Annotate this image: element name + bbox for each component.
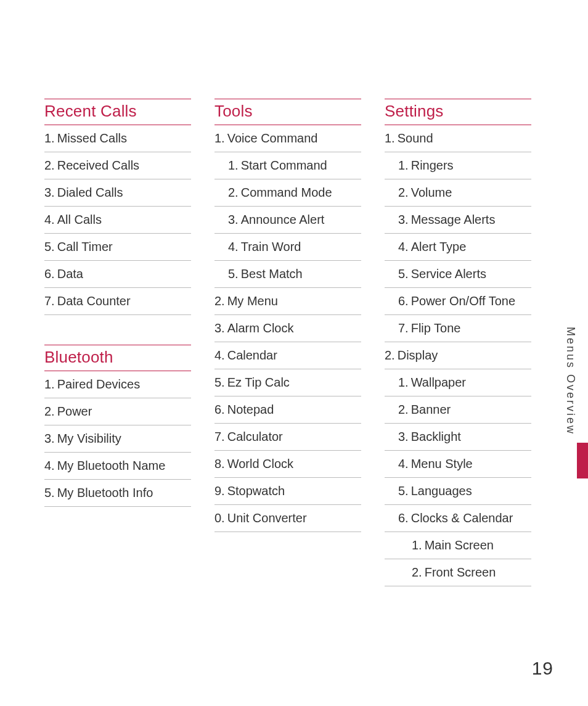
menu-item-label: Data Counter bbox=[57, 293, 131, 310]
menu-item: 3.Backlight bbox=[385, 424, 531, 451]
menu-item-number: 4. bbox=[398, 239, 409, 255]
menu-item: 7.Data Counter bbox=[44, 288, 191, 315]
section-title: Settings bbox=[385, 99, 531, 125]
menu-item-number: 2. bbox=[398, 401, 409, 418]
menu-item: 4.Alert Type bbox=[385, 234, 531, 261]
menu-item-number: 5. bbox=[228, 266, 239, 282]
menu-item-number: 2. bbox=[228, 184, 239, 201]
menu-item-label: Volume bbox=[411, 184, 452, 201]
menu-item-label: Backlight bbox=[411, 429, 461, 445]
menu-item: 2.Front Screen bbox=[385, 559, 531, 586]
menu-item-number: 2. bbox=[214, 293, 225, 310]
menu-section: Bluetooth1.Paired Devices2.Power3.My Vis… bbox=[44, 345, 191, 507]
menu-section: Recent Calls1.Missed Calls2.Received Cal… bbox=[44, 99, 191, 315]
menu-item: 2.Command Mode bbox=[214, 179, 361, 207]
menu-item: 5.Service Alerts bbox=[385, 261, 531, 288]
menu-item: 5.Languages bbox=[385, 478, 531, 505]
menu-item-label: Power bbox=[57, 403, 92, 420]
menu-item: 5.My Bluetooth Info bbox=[44, 480, 191, 507]
menu-item-label: Data bbox=[57, 266, 83, 282]
menu-item: 3.Dialed Calls bbox=[44, 179, 191, 207]
menu-item-number: 1. bbox=[398, 374, 409, 391]
menu-item: 2.My Menu bbox=[214, 288, 361, 315]
menu-item: 7.Calculator bbox=[214, 424, 361, 451]
menu-item: 2.Volume bbox=[385, 179, 531, 207]
menu-item-label: Menu Style bbox=[411, 456, 473, 472]
section-title: Tools bbox=[214, 99, 361, 125]
menu-item-number: 3. bbox=[44, 430, 55, 447]
page-number: 19 bbox=[532, 658, 553, 679]
menu-item: 3.Announce Alert bbox=[214, 207, 361, 234]
menu-item: 2.Display bbox=[385, 342, 531, 369]
menu-section: Settings1.Sound1.Ringers2.Volume3.Messag… bbox=[385, 99, 531, 586]
menu-item-number: 6. bbox=[398, 293, 409, 310]
menu-item: 2.Banner bbox=[385, 396, 531, 424]
side-tab-label: Menus Overview bbox=[564, 327, 577, 435]
menu-item-label: Front Screen bbox=[425, 564, 496, 581]
menu-item-number: 6. bbox=[398, 510, 409, 527]
menu-item-number: 5. bbox=[398, 483, 409, 499]
menu-item-number: 3. bbox=[228, 211, 239, 228]
menu-item: 4.Calendar bbox=[214, 342, 361, 369]
menu-item-number: 4. bbox=[44, 458, 55, 474]
menu-item: 9.Stopwatch bbox=[214, 478, 361, 505]
section-title: Bluetooth bbox=[44, 345, 191, 371]
menu-item: 1.Start Command bbox=[214, 152, 361, 179]
menu-item: 4.All Calls bbox=[44, 207, 191, 234]
menu-item-number: 8. bbox=[214, 456, 225, 472]
column: Recent Calls1.Missed Calls2.Received Cal… bbox=[44, 99, 191, 616]
menu-item-label: Sound bbox=[398, 130, 433, 147]
menu-item-number: 4. bbox=[214, 347, 225, 364]
menu-item-number: 0. bbox=[214, 510, 225, 527]
menu-item-number: 9. bbox=[214, 483, 225, 499]
menu-item-number: 2. bbox=[44, 157, 55, 174]
menu-item-label: Missed Calls bbox=[57, 130, 127, 147]
menu-item: 1.Ringers bbox=[385, 152, 531, 179]
menu-item-label: Announce Alert bbox=[241, 211, 325, 228]
menu-item: 1.Sound bbox=[385, 125, 531, 152]
menu-item-number: 2. bbox=[412, 564, 422, 581]
section-title: Recent Calls bbox=[44, 99, 191, 125]
menu-item-number: 2. bbox=[385, 347, 395, 364]
menu-item-number: 4. bbox=[44, 211, 55, 228]
menu-item-number: 1. bbox=[228, 157, 239, 174]
menu-item: 5.Call Timer bbox=[44, 234, 191, 261]
menu-item: 0.Unit Converter bbox=[214, 505, 361, 532]
menu-item-label: Calculator bbox=[227, 429, 283, 445]
page-content: Recent Calls1.Missed Calls2.Received Cal… bbox=[0, 0, 588, 641]
menu-item: 1.Voice Command bbox=[214, 125, 361, 152]
menu-item-label: Display bbox=[398, 347, 438, 364]
column: Tools1.Voice Command1.Start Command2.Com… bbox=[214, 99, 361, 616]
menu-item-number: 3. bbox=[44, 184, 55, 201]
menu-item-label: All Calls bbox=[57, 211, 102, 228]
menu-item-number: 5. bbox=[44, 239, 55, 255]
menu-item-number: 5. bbox=[214, 374, 225, 391]
side-tab-accent bbox=[577, 443, 588, 478]
menu-item: 6.Notepad bbox=[214, 396, 361, 424]
menu-item-label: Service Alerts bbox=[411, 266, 486, 282]
menu-item: 6.Clocks & Calendar bbox=[385, 505, 531, 532]
menu-item-label: Dialed Calls bbox=[57, 184, 123, 201]
menu-item: 6.Power On/Off Tone bbox=[385, 288, 531, 315]
menu-item: 3.My Visibility bbox=[44, 425, 191, 453]
menu-item-label: Received Calls bbox=[57, 157, 139, 174]
menu-item-number: 3. bbox=[398, 429, 409, 445]
menu-item-label: My Menu bbox=[227, 293, 278, 310]
menu-item-number: 7. bbox=[398, 320, 409, 337]
menu-item-label: Notepad bbox=[227, 401, 274, 418]
menu-item-label: Flip Tone bbox=[411, 320, 461, 337]
menu-item: 2.Received Calls bbox=[44, 152, 191, 179]
menu-item-label: Stopwatch bbox=[227, 483, 285, 499]
menu-item: 2.Power bbox=[44, 398, 191, 425]
menu-item-number: 1. bbox=[385, 130, 395, 147]
menu-item-label: Languages bbox=[411, 483, 472, 499]
menu-item-number: 4. bbox=[398, 456, 409, 472]
menu-item-label: Voice Command bbox=[227, 130, 318, 147]
menu-item-label: Call Timer bbox=[57, 239, 113, 255]
menu-item-label: Calendar bbox=[227, 347, 277, 364]
menu-item-number: 6. bbox=[44, 266, 55, 282]
menu-item-label: My Bluetooth Name bbox=[57, 458, 166, 474]
menu-item-label: Best Match bbox=[241, 266, 303, 282]
menu-item-label: Clocks & Calendar bbox=[411, 510, 513, 527]
menu-item: 1.Missed Calls bbox=[44, 125, 191, 152]
